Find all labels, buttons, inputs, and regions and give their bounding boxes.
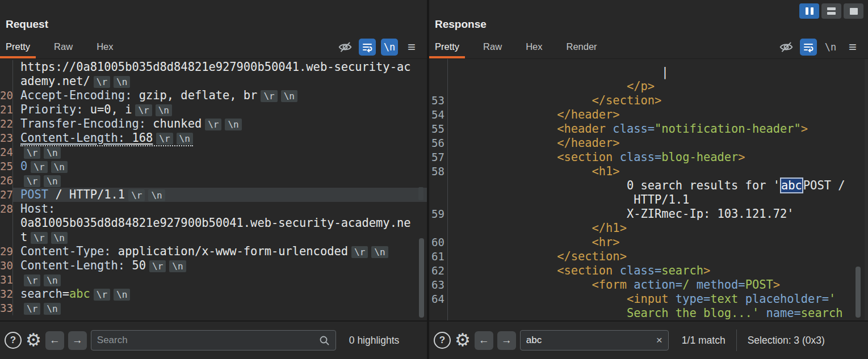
request-scrollbar-thumb[interactable] — [419, 238, 424, 318]
token-tag: <h1> — [592, 164, 620, 178]
crlf-badge: \r — [351, 246, 368, 258]
next-match-button[interactable]: → — [497, 331, 516, 350]
search-settings-gear-icon[interactable]: ⚙ — [455, 332, 471, 349]
columns-glyph — [811, 7, 814, 15]
crlf-badge: \r — [31, 232, 47, 244]
show-newlines-toggle-icon[interactable]: \n — [822, 39, 839, 56]
code-text: 0 search results for 'abcPOST / — [448, 179, 865, 193]
line-number: 33 — [0, 301, 13, 315]
line-number — [429, 221, 448, 235]
response-editor[interactable]: ' | </p>53 </section>54 </header>55 <hea… — [429, 59, 868, 320]
code-text: X-ZIRmec-Ip: 103.121.72' — [448, 207, 865, 221]
line-number: 62 — [429, 264, 448, 278]
next-match-button[interactable]: → — [68, 331, 87, 350]
crlf-badge: \n — [51, 161, 68, 173]
tab-render[interactable]: Render — [560, 35, 602, 58]
tab-hex[interactable]: Hex — [520, 35, 548, 58]
crlf-badge: \r — [31, 161, 47, 173]
response-editor-icons: \n ≡ — [778, 35, 861, 58]
tab-raw[interactable]: Raw — [48, 35, 78, 58]
line-number: 60 — [429, 235, 448, 250]
word-wrap-toggle-icon[interactable] — [800, 39, 817, 56]
code-text: </h1> — [448, 221, 865, 235]
crlf-badge: \n — [156, 104, 172, 116]
tab-pretty[interactable]: Pretty — [0, 35, 36, 58]
line-number: 30 — [0, 259, 13, 273]
token-plain: | — [661, 65, 668, 79]
code-line: 26\r\n — [0, 174, 427, 188]
token-hname: Transfer-Encoding: — [20, 117, 146, 130]
line-number — [0, 230, 13, 244]
crlf-badge: \r — [128, 189, 145, 201]
tab-hex[interactable]: Hex — [91, 35, 119, 58]
code-text: <input type=text placeholder=' — [448, 292, 865, 306]
code-line: 20Accept-Encoding: gzip, deflate, br\r\n — [0, 88, 427, 103]
clear-search-icon[interactable]: × — [653, 334, 662, 347]
hide-nonprintable-icon[interactable] — [337, 39, 354, 56]
code-text: </header> — [448, 108, 865, 122]
word-wrap-toggle-icon[interactable] — [359, 39, 376, 56]
request-tabs: PrettyRawHex — [0, 35, 131, 58]
code-line: 0 search results for 'abcPOST / — [429, 179, 865, 193]
token-val: search — [661, 264, 703, 277]
crlf-badge: \n — [169, 260, 186, 272]
token-attr: type= — [669, 292, 711, 306]
code-text: Content-Type: application/x-www-form-url… — [13, 244, 427, 259]
token-plain: ' — [634, 59, 640, 65]
crlf-badge: \n — [281, 90, 297, 102]
request-editor[interactable]: https://0a81005b035d8d84821e927900b50041… — [0, 59, 427, 320]
response-search-box[interactable]: × — [520, 330, 669, 350]
editor-menu-icon[interactable]: ≡ — [844, 39, 861, 56]
show-newlines-toggle-icon[interactable]: \n — [381, 39, 398, 56]
previous-match-button[interactable]: ← — [45, 331, 64, 350]
token-plain: 50 — [125, 259, 146, 272]
search-settings-gear-icon[interactable]: ⚙ — [26, 332, 41, 349]
code-text: \r\n — [13, 145, 427, 159]
code-line: 55 <header class="notification-header"> — [429, 122, 865, 136]
line-number — [429, 306, 448, 320]
search-icon[interactable] — [318, 335, 330, 346]
crlf-badge: \r — [261, 90, 277, 102]
tab-raw[interactable]: Raw — [477, 35, 508, 58]
token-val: "notification-header" — [655, 122, 801, 136]
editor-menu-icon[interactable]: ≡ — [403, 39, 420, 56]
response-scrollbar-thumb[interactable] — [856, 267, 861, 318]
crlf-badge: \r — [24, 303, 40, 315]
request-panel: Request PrettyRawHex \n — [0, 0, 427, 359]
request-search-box[interactable] — [91, 330, 336, 350]
token-hname: Content-Length: — [20, 259, 125, 272]
token-val: search — [801, 306, 843, 320]
token-attr: class= — [606, 122, 655, 136]
code-text: Accept-Encoding: gzip, deflate, br\r\n — [13, 88, 427, 103]
token-tag: <section — [557, 264, 613, 277]
request-search-input[interactable] — [97, 335, 318, 346]
crlf-badge: \r — [149, 260, 166, 272]
previous-match-button[interactable]: ← — [475, 331, 493, 350]
code-line: 29Content-Type: application/x-www-form-u… — [0, 244, 427, 259]
line-number: 56 — [429, 136, 448, 150]
response-search-input[interactable] — [526, 335, 653, 346]
help-icon[interactable]: ? — [434, 332, 451, 349]
line-number: 29 — [0, 244, 13, 259]
request-editor-icons: \n ≡ — [337, 35, 420, 58]
token-hname: Priority: — [20, 103, 83, 116]
request-top-strip — [0, 0, 427, 16]
token-tag: <input — [627, 292, 669, 306]
code-line: 32search=abc\r\n — [0, 287, 427, 301]
code-text: \r\n — [13, 174, 427, 188]
hide-nonprintable-icon[interactable] — [778, 39, 795, 56]
code-line: 27POST / HTTP/1.1\r\n — [0, 188, 427, 202]
code-line: 33\r\n — [0, 301, 427, 315]
code-text: https://0a81005b035d8d84821e927900b50041… — [13, 60, 427, 74]
line-number: 20 — [0, 88, 13, 103]
line-number: 58 — [429, 164, 448, 179]
code-line: 58 <h1> — [429, 164, 865, 179]
code-text: t\r\n — [13, 230, 427, 244]
tab-pretty[interactable]: Pretty — [429, 35, 465, 58]
help-icon[interactable]: ? — [5, 332, 22, 349]
code-text: 0\r\n — [13, 159, 427, 174]
response-title: Response — [429, 16, 868, 35]
code-line: 53 </section> — [429, 94, 865, 108]
crlf-badge: \r — [205, 119, 221, 130]
token-hname: Content-Length: — [20, 131, 125, 145]
